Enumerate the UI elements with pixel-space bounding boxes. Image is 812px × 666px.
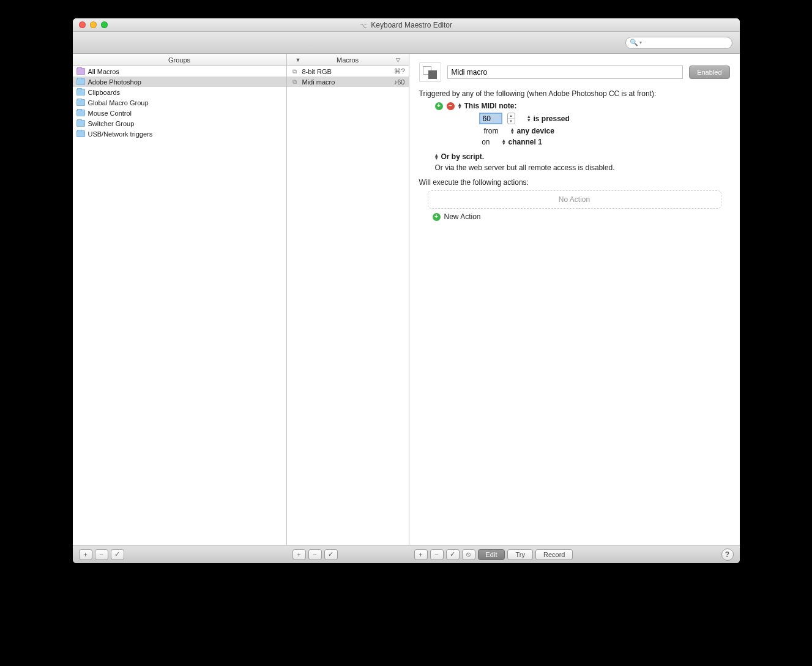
window-title: ⌥ Keyboard Maestro Editor — [73, 21, 740, 29]
trigger-row: + − ▴▾ This MIDI note: — [419, 102, 730, 110]
detail-column: Enabled Triggered by any of the followin… — [409, 54, 740, 545]
stop-button[interactable]: ⦸ — [462, 549, 475, 560]
sort-triangle-down-icon[interactable]: ▼ — [296, 57, 301, 63]
midi-note-input[interactable] — [479, 113, 502, 124]
note-value-row: ▲ ▼ ▴▾ is pressed — [419, 113, 730, 124]
group-item-clipboards[interactable]: Clipboards — [73, 87, 286, 97]
app-window: ⌥ Keyboard Maestro Editor 🔍 ▾ Groups All… — [73, 18, 740, 563]
folder-icon — [76, 99, 85, 106]
updown-icon[interactable]: ▴▾ — [435, 154, 438, 160]
folder-icon — [76, 120, 85, 127]
sort-triangle-outline-icon[interactable]: ▽ — [396, 57, 400, 63]
new-action-row: + New Action — [419, 212, 730, 221]
try-button[interactable]: Try — [507, 549, 532, 560]
group-item-mouse-control[interactable]: Mouse Control — [73, 108, 286, 118]
no-action-label: No Action — [559, 195, 590, 204]
macro-large-icon[interactable] — [419, 62, 441, 82]
macro-shortcut: ⌘? — [394, 67, 404, 75]
macro-icon: ⧉ — [291, 68, 299, 75]
toolbar: 🔍 ▾ — [73, 32, 740, 54]
search-icon: 🔍 — [630, 39, 638, 47]
updown-icon[interactable]: ▴▾ — [527, 115, 530, 122]
window-title-text: Keyboard Maestro Editor — [371, 21, 452, 29]
macro-item-midi-macro[interactable]: ⧉ Midi macro ♪60 — [287, 77, 409, 87]
add-trigger-button[interactable]: + — [435, 102, 443, 110]
on-label: on — [479, 138, 499, 146]
folder-icon — [76, 78, 85, 85]
macro-name-input[interactable] — [447, 65, 683, 79]
footer-detail-section: + − ✓ ⦸ Edit Try Record ? — [414, 548, 734, 561]
group-item-usb-network-triggers[interactable]: USB/Network triggers — [73, 129, 286, 139]
macros-header[interactable]: ▼ Macros ▽ — [287, 54, 409, 66]
folder-icon — [76, 130, 85, 137]
folder-icon — [76, 110, 85, 116]
press-mode-dropdown[interactable]: is pressed — [534, 114, 570, 123]
trigger-type-dropdown[interactable]: This MIDI note: — [464, 102, 517, 110]
macros-list: ⧉ 8-bit RGB ⌘? ⧉ Midi macro ♪60 — [287, 66, 409, 545]
group-item-all-macros[interactable]: All Macros — [73, 66, 286, 77]
record-button[interactable]: Record — [535, 549, 573, 560]
search-input[interactable]: 🔍 ▾ — [625, 37, 732, 49]
group-label: Switcher Group — [88, 120, 135, 127]
folder-icon — [76, 68, 85, 75]
macros-column: ▼ Macros ▽ ⧉ 8-bit RGB ⌘? ⧉ Midi macro ♪… — [287, 54, 409, 545]
add-group-button[interactable]: + — [79, 549, 92, 560]
from-row: from ▴▾ any device — [419, 127, 730, 135]
group-label: All Macros — [88, 68, 119, 75]
stepper-down-icon[interactable]: ▼ — [508, 119, 515, 124]
group-label: Mouse Control — [88, 110, 132, 117]
remove-macro-button[interactable]: − — [308, 549, 322, 560]
no-action-placeholder[interactable]: No Action — [428, 190, 721, 209]
add-macro-button[interactable]: + — [292, 549, 306, 560]
group-item-switcher-group[interactable]: Switcher Group — [73, 118, 286, 129]
groups-header-label: Groups — [168, 56, 190, 64]
or-script-dropdown[interactable]: Or by script. — [441, 152, 485, 161]
from-label: from — [479, 127, 499, 135]
macro-label: Midi macro — [302, 78, 335, 86]
enable-group-button[interactable]: ✓ — [111, 549, 124, 560]
triggered-by-text: Triggered by any of the following (when … — [419, 89, 730, 98]
updown-icon[interactable]: ▴▾ — [458, 103, 461, 110]
app-icon: ⌥ — [360, 22, 367, 29]
enable-macro-button[interactable]: ✓ — [324, 549, 338, 560]
new-action-label[interactable]: New Action — [444, 212, 481, 221]
add-action-footer-button[interactable]: + — [414, 549, 428, 560]
will-execute-text: Will execute the following actions: — [419, 178, 730, 187]
on-row: on ▴▾ channel 1 — [419, 138, 730, 146]
remove-action-footer-button[interactable]: − — [430, 549, 444, 560]
footer-macros-section: + − ✓ — [292, 549, 414, 560]
group-label: Global Macro Group — [88, 99, 149, 107]
group-label: Clipboards — [88, 89, 121, 96]
help-button[interactable]: ? — [721, 548, 734, 561]
stepper-up-icon[interactable]: ▲ — [508, 113, 515, 119]
enabled-toggle-button[interactable]: Enabled — [689, 65, 729, 79]
group-item-global-macro-group[interactable]: Global Macro Group — [73, 97, 286, 108]
groups-header[interactable]: Groups — [73, 54, 286, 66]
detail-head: Enabled — [419, 62, 730, 82]
detail-body: Enabled Triggered by any of the followin… — [409, 54, 740, 230]
group-item-adobe-photoshop[interactable]: Adobe Photoshop — [73, 77, 286, 87]
titlebar[interactable]: ⌥ Keyboard Maestro Editor — [73, 18, 740, 32]
remove-group-button[interactable]: − — [95, 549, 108, 560]
folder-icon — [76, 89, 85, 95]
device-dropdown[interactable]: any device — [517, 127, 554, 135]
enable-action-footer-button[interactable]: ✓ — [446, 549, 460, 560]
updown-icon[interactable]: ▴▾ — [502, 139, 505, 146]
or-script-row: ▴▾ Or by script. — [419, 152, 730, 161]
chevron-down-icon: ▾ — [639, 40, 642, 45]
add-action-button[interactable]: + — [433, 213, 441, 221]
main-content: Groups All Macros Adobe Photoshop Clipbo… — [73, 54, 740, 545]
footer-groups-section: + − ✓ — [79, 549, 292, 560]
remove-trigger-button[interactable]: − — [447, 102, 455, 110]
macro-item-8bit-rgb[interactable]: ⧉ 8-bit RGB ⌘? — [287, 66, 409, 77]
footer: + − ✓ + − ✓ + − ✓ ⦸ Edit Try Record ? — [73, 545, 740, 563]
macro-icon: ⧉ — [291, 78, 299, 85]
midi-note-stepper[interactable]: ▲ ▼ — [507, 113, 515, 124]
macros-header-label: Macros — [337, 56, 359, 64]
macro-label: 8-bit RGB — [302, 68, 332, 75]
updown-icon[interactable]: ▴▾ — [511, 128, 513, 135]
channel-dropdown[interactable]: channel 1 — [508, 138, 542, 146]
groups-list: All Macros Adobe Photoshop Clipboards Gl… — [73, 66, 286, 545]
remote-access-text: Or via the web server but all remote acc… — [419, 163, 730, 172]
edit-button[interactable]: Edit — [478, 549, 505, 560]
